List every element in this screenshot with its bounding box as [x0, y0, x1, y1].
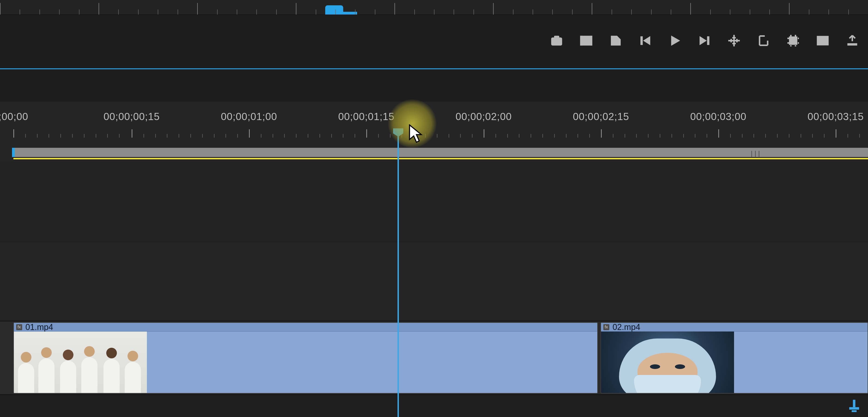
overwrite-button[interactable] [608, 32, 624, 49]
export-button[interactable] [844, 32, 861, 49]
safe-margins-button[interactable] [726, 32, 742, 49]
work-area-bar[interactable]: ||| [13, 148, 868, 157]
work-area-grip-icon: ||| [751, 150, 762, 158]
svg-rect-12 [641, 37, 643, 45]
svg-rect-25 [820, 39, 826, 42]
svg-rect-10 [589, 39, 590, 41]
clip-header: fx01.mp4 [14, 323, 597, 331]
svg-rect-29 [851, 410, 857, 412]
mark-inout-button[interactable] [755, 32, 772, 49]
track-a1[interactable] [0, 395, 868, 417]
time-ruler-label: 00;00;02;15 [573, 111, 629, 122]
svg-rect-8 [582, 42, 583, 43]
time-ruler[interactable]: ;00;0000;00;00;1500;00;01;0000;00;01;150… [0, 111, 868, 138]
fx-badge-icon: fx [603, 324, 609, 330]
time-ruler-label: 00;00;01;15 [338, 111, 394, 122]
clip-thumbnail [14, 331, 147, 393]
time-ruler-label: 00;00;00;15 [103, 111, 160, 122]
svg-rect-7 [582, 39, 583, 41]
app-root: ;00;0000;00;00;1500;00;01;0000;00;01;150… [0, 0, 868, 417]
track-area: fx01.mp4fx02.mp4 [0, 162, 868, 417]
track-v2[interactable] [0, 242, 868, 320]
svg-rect-11 [589, 42, 590, 43]
svg-rect-23 [790, 37, 797, 44]
clip-name-label: 01.mp4 [25, 322, 53, 332]
viewport-marker[interactable] [325, 5, 343, 14]
timeline-panel: ;00;0000;00;00;1500;00;01;0000;00;01;150… [0, 102, 868, 417]
clip-01-mp4[interactable]: fx01.mp4 [13, 322, 598, 393]
step-forward-button[interactable] [696, 32, 713, 49]
time-ruler-label: 00;00;02;00 [456, 111, 512, 122]
work-area-in-handle[interactable] [12, 148, 15, 157]
panel-divider[interactable] [0, 68, 868, 69]
track-v3[interactable] [0, 162, 868, 242]
track-v1[interactable]: fx01.mp4fx02.mp4 [0, 321, 868, 395]
svg-rect-28 [849, 407, 859, 410]
play-button[interactable] [666, 32, 683, 49]
clip-thumbnail [601, 331, 734, 393]
clip-body [147, 331, 597, 393]
svg-marker-15 [700, 37, 706, 45]
playhead-line [398, 134, 399, 417]
step-back-button[interactable] [637, 32, 654, 49]
svg-point-2 [554, 39, 559, 44]
svg-rect-6 [582, 37, 583, 38]
svg-rect-16 [708, 37, 709, 45]
time-ruler-label: 00;00;03;15 [807, 111, 864, 122]
crop-button[interactable] [785, 32, 802, 49]
insert-button[interactable] [578, 32, 594, 49]
clip-body [734, 331, 868, 393]
monitor-toolbar [548, 30, 861, 52]
fx-badge-icon: fx [16, 324, 22, 330]
time-ruler-label: 00;00;01;00 [221, 111, 277, 122]
sequence-in-out-range [13, 158, 868, 159]
clip-header: fx02.mp4 [601, 323, 868, 331]
clip-02-mp4[interactable]: fx02.mp4 [600, 322, 868, 393]
time-ruler-label: ;00;00 [0, 111, 28, 122]
svg-rect-9 [589, 37, 590, 38]
svg-rect-27 [853, 400, 856, 407]
svg-rect-1 [554, 36, 559, 38]
svg-marker-13 [644, 37, 650, 45]
timeline-zoom-handle-icon[interactable] [847, 398, 862, 414]
source-monitor-ruler[interactable] [0, 0, 868, 15]
svg-marker-14 [672, 36, 680, 45]
export-frame-button[interactable] [548, 32, 565, 49]
full-screen-button[interactable] [814, 32, 831, 49]
time-ruler-label: 00;00;03;00 [690, 111, 746, 122]
clip-name-label: 02.mp4 [613, 322, 640, 332]
